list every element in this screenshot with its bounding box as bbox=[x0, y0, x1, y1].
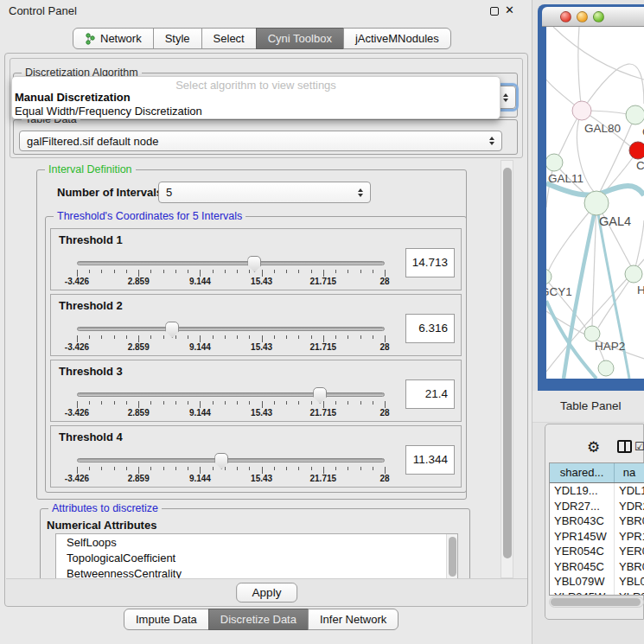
tab-label: jActiveMNodules bbox=[355, 32, 439, 45]
node-table[interactable]: shared...na YDL19...YDL1YDR27...YDR2YBR0… bbox=[549, 462, 644, 596]
tab-cyni-toolbox[interactable]: Cyni Toolbox bbox=[256, 28, 344, 49]
tab-label: Cyni Toolbox bbox=[268, 32, 332, 45]
column-header[interactable]: shared... bbox=[550, 463, 615, 482]
threshold-slider[interactable] bbox=[77, 389, 385, 401]
table-horizontal-scrollbar[interactable] bbox=[549, 596, 644, 608]
tick-label: 21.715 bbox=[310, 474, 337, 483]
tick-label: 9.144 bbox=[189, 474, 211, 483]
tick-label: 2.859 bbox=[128, 277, 150, 286]
threshold-slider[interactable] bbox=[77, 258, 385, 270]
attribute-items: SelfLoopsTopologicalCoefficientBetweenne… bbox=[56, 534, 457, 578]
threshold-slider[interactable] bbox=[77, 323, 385, 335]
slider-track[interactable] bbox=[77, 458, 385, 462]
network-edge bbox=[553, 27, 644, 80]
algorithm-option-manual[interactable]: Manual Discretization bbox=[15, 91, 131, 104]
network-icon bbox=[85, 33, 96, 45]
threshold-value-field[interactable]: 6.316 bbox=[405, 314, 455, 343]
table-row[interactable]: YDL19...YDL1 bbox=[550, 483, 644, 499]
table-data-select[interactable]: galFiltered.sif default node bbox=[19, 131, 502, 151]
slider-track[interactable] bbox=[77, 261, 385, 265]
mac-close-icon[interactable] bbox=[560, 11, 571, 22]
tab-style[interactable]: Style bbox=[153, 28, 202, 49]
network-node-gal4[interactable] bbox=[584, 191, 609, 215]
tab-impute-data[interactable]: Impute Data bbox=[124, 609, 209, 630]
list-item[interactable]: SelfLoops bbox=[56, 534, 457, 550]
table-row[interactable]: YDR27...YDR2 bbox=[550, 499, 644, 514]
table-hscrollbar-thumb[interactable] bbox=[551, 598, 641, 606]
threshold-value-field[interactable]: 11.344 bbox=[405, 445, 455, 475]
network-canvas[interactable]: GAL80GCGAL11GAL4GCY1HHAP2 bbox=[546, 27, 644, 379]
table-row[interactable]: YBR045CYBR0 bbox=[550, 559, 644, 575]
network-node-gal11[interactable] bbox=[546, 154, 563, 171]
tick-label: -3.426 bbox=[65, 474, 89, 483]
numerical-attributes-list[interactable]: SelfLoopsTopologicalCoefficientBetweenne… bbox=[55, 533, 458, 578]
threshold-label: Threshold 4 bbox=[59, 430, 123, 443]
attributes-scrollbar[interactable] bbox=[446, 534, 457, 578]
table-data-selected-value: galFiltered.sif default node bbox=[27, 135, 158, 148]
tab-select[interactable]: Select bbox=[201, 28, 257, 49]
mac-minimize-icon[interactable] bbox=[577, 11, 588, 22]
table-row[interactable]: YBR043CYBR0 bbox=[550, 513, 644, 529]
network-node[interactable] bbox=[598, 360, 614, 376]
network-node-label: C bbox=[636, 159, 644, 172]
network-node-c[interactable] bbox=[629, 142, 644, 159]
tick-label: 15.43 bbox=[251, 408, 272, 418]
attributes-scrollbar-thumb[interactable] bbox=[449, 537, 456, 577]
attributes-group-title: Attributes to discretize bbox=[48, 502, 162, 514]
table-cell: YER0 bbox=[615, 544, 644, 559]
network-graph: GAL80GCGAL11GAL4GCY1HHAP2 bbox=[546, 27, 644, 379]
table-row[interactable]: YLR345WYLR3 bbox=[550, 590, 644, 596]
network-node-gcy1[interactable] bbox=[546, 269, 552, 284]
table-row[interactable]: YPR145WYPR1 bbox=[550, 529, 644, 545]
thresholds-group-title: Threshold's Coordinates for 5 Intervals bbox=[54, 210, 245, 222]
apply-button[interactable]: Apply bbox=[236, 583, 298, 603]
number-of-intervals-value: 5 bbox=[166, 186, 172, 199]
network-edge bbox=[582, 64, 644, 111]
tab-jactivemnodules[interactable]: jActiveMNodules bbox=[343, 28, 451, 49]
network-node-g[interactable] bbox=[626, 105, 644, 124]
table-cell: YDL1 bbox=[615, 483, 644, 499]
threshold-value-field[interactable]: 21.4 bbox=[405, 379, 455, 409]
tab-infer-network[interactable]: Infer Network bbox=[308, 609, 399, 630]
list-item[interactable]: BetweennessCentrality bbox=[56, 565, 457, 578]
table-row[interactable]: YBL079WYBL0 bbox=[550, 574, 644, 590]
list-item[interactable]: TopologicalCoefficient bbox=[56, 550, 457, 565]
gear-icon[interactable]: ⚙ bbox=[587, 438, 600, 456]
network-node-gal80[interactable] bbox=[572, 101, 591, 120]
threshold-value-field[interactable]: 14.713 bbox=[405, 248, 455, 277]
table-panel-window: ⚙ ☑☑ shared...na YDL19...YDL1YDR27...YDR… bbox=[545, 424, 644, 620]
checkbox-filter-icons[interactable]: ☑☑ bbox=[634, 440, 644, 453]
slider-track[interactable] bbox=[77, 327, 385, 331]
tab-discretize-data[interactable]: Discretize Data bbox=[208, 609, 309, 630]
threshold-slider[interactable] bbox=[77, 455, 385, 467]
table-row[interactable]: YER054CYER0 bbox=[550, 544, 644, 559]
table-cell: YPR1 bbox=[615, 529, 644, 545]
number-of-intervals-select[interactable]: 5 bbox=[158, 182, 371, 203]
columns-icon[interactable] bbox=[617, 440, 632, 453]
settings-scroll-area[interactable]: Interval Definition Number of Intervals … bbox=[10, 160, 523, 578]
float-window-icon[interactable] bbox=[490, 7, 499, 16]
slider-scale-labels: -3.4262.8599.14415.4321.71528 bbox=[77, 342, 385, 354]
tick-label: 2.859 bbox=[128, 474, 150, 483]
table-cell: YLR345W bbox=[550, 590, 615, 596]
tab-label: Discretize Data bbox=[220, 613, 296, 626]
tick-label: 2.859 bbox=[128, 342, 150, 352]
table-cell: YBR0 bbox=[615, 513, 644, 529]
tick-label: 9.144 bbox=[189, 408, 211, 418]
tab-network[interactable]: Network bbox=[73, 28, 154, 49]
table-header-row: shared...na bbox=[550, 463, 644, 483]
network-node-h[interactable] bbox=[625, 265, 642, 283]
tick-label: 28 bbox=[379, 474, 389, 483]
threshold-panel: Threshold 3-3.4262.8599.14415.4321.71528… bbox=[50, 360, 462, 422]
table-cell: YLR3 bbox=[615, 590, 644, 596]
numerical-attributes-label: Numerical Attributes bbox=[47, 519, 156, 532]
mac-zoom-icon[interactable] bbox=[593, 11, 604, 22]
network-window-titlebar[interactable] bbox=[542, 7, 644, 27]
close-icon[interactable]: ✕ bbox=[505, 3, 514, 16]
algorithm-option-equal-width[interactable]: Equal Width/Frequency Discretization bbox=[15, 105, 202, 118]
table-toolbar: ⚙ ☑☑ bbox=[545, 424, 643, 462]
slider-track[interactable] bbox=[77, 392, 385, 397]
column-header[interactable]: na bbox=[615, 463, 644, 482]
tick-label: 15.43 bbox=[251, 342, 272, 352]
table-panel-title: Table Panel bbox=[560, 399, 622, 412]
